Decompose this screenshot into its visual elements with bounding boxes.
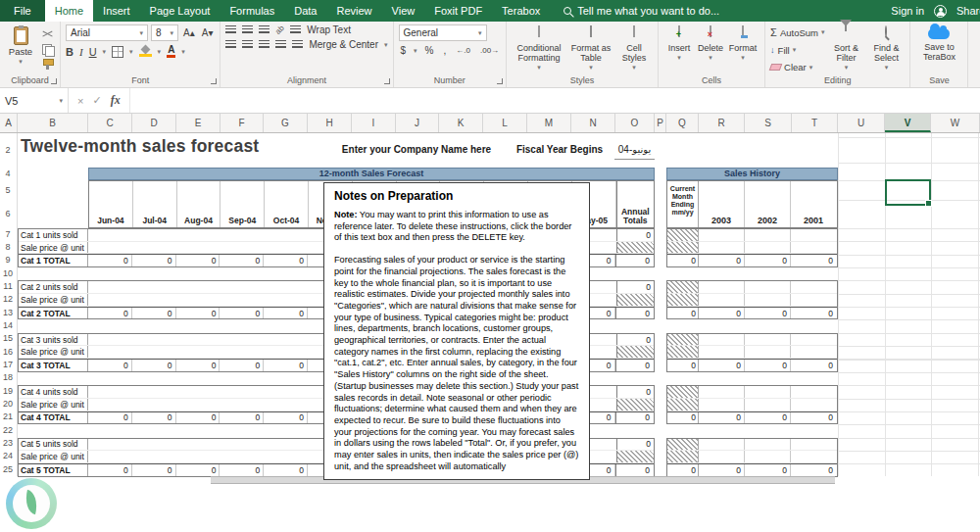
fiscal-year-label[interactable]: Fiscal Year Begins <box>514 144 605 155</box>
month-total-cell[interactable]: 0 <box>132 464 176 476</box>
borders-icon[interactable] <box>112 46 123 58</box>
column-header-r[interactable]: R <box>699 114 745 132</box>
history-total-cell[interactable]: 0 <box>745 308 791 319</box>
row-header[interactable]: 9 <box>0 254 16 266</box>
category-total-label[interactable]: Cat 3 TOTAL <box>19 360 88 371</box>
company-name-prompt[interactable]: Enter your Company Name here <box>338 144 495 155</box>
font-color-icon[interactable]: A <box>167 45 175 58</box>
row-header[interactable]: 6 <box>0 200 16 228</box>
sort-filter-button[interactable]: Sort & Filter ▾ <box>828 24 863 73</box>
category-units-label[interactable]: Cat 3 units sold <box>19 334 88 346</box>
wrap-text-button[interactable]: Wrap Text <box>307 24 351 35</box>
month-header-cell[interactable]: Aug-04 <box>177 181 221 227</box>
history-total-cell[interactable]: 0 <box>745 360 791 371</box>
find-select-button[interactable]: Find & Select ▾ <box>867 24 905 73</box>
row-header[interactable]: 21 <box>0 411 16 423</box>
column-header-u[interactable]: U <box>838 114 885 132</box>
history-total-cell[interactable]: 0 <box>699 360 745 371</box>
history-cell[interactable] <box>699 386 745 398</box>
row-header[interactable]: 2 <box>0 137 16 163</box>
history-total-cell[interactable]: 0 <box>745 412 791 424</box>
history-cell[interactable] <box>699 281 745 293</box>
category-total-label[interactable]: Cat 1 TOTAL <box>19 255 88 266</box>
history-total-cell[interactable]: 0 <box>791 308 836 319</box>
history-cell[interactable] <box>745 334 791 346</box>
month-total-cell[interactable]: 0 <box>220 464 264 476</box>
increase-font-button[interactable]: A▴ <box>181 27 197 38</box>
orientation-icon[interactable]: ab <box>274 24 287 36</box>
history-total-cell[interactable]: 0 <box>699 255 745 266</box>
font-name-combo[interactable]: Arial ▾ <box>66 24 148 41</box>
cut-icon[interactable] <box>41 29 55 40</box>
cancel-icon[interactable]: × <box>77 95 83 107</box>
number-format-combo[interactable]: General ▾ <box>399 24 487 41</box>
column-header-k[interactable]: K <box>439 114 483 132</box>
tab-data[interactable]: Data <box>284 0 326 22</box>
notes-text-box[interactable]: Notes on Preparation Note: You may want … <box>323 182 590 480</box>
history-cell[interactable] <box>791 386 836 398</box>
name-box[interactable]: V5 ▾ <box>0 88 69 113</box>
month-total-cell[interactable]: 0 <box>132 412 176 424</box>
insert-function-icon[interactable]: fx <box>111 93 121 108</box>
history-cell[interactable] <box>699 439 745 451</box>
history-cell[interactable] <box>791 439 836 451</box>
history-cell[interactable] <box>791 294 836 306</box>
conditional-formatting-button[interactable]: Conditional Formatting ▾ <box>512 24 566 74</box>
increase-indent-icon[interactable] <box>292 40 303 49</box>
column-header-a[interactable]: A <box>0 114 18 132</box>
format-cells-button[interactable]: Format ▾ <box>726 24 760 74</box>
insert-cells-button[interactable]: Insert ▾ <box>663 24 695 74</box>
history-cell[interactable] <box>699 294 745 306</box>
history-cell[interactable] <box>791 242 836 254</box>
accounting-format-button[interactable]: $ <box>399 45 409 56</box>
comma-style-button[interactable]: , <box>442 45 449 56</box>
percent-style-button[interactable]: % <box>423 45 436 56</box>
history-cell[interactable] <box>699 229 745 241</box>
history-cell[interactable] <box>745 399 791 411</box>
history-cell[interactable] <box>745 386 791 398</box>
formula-input[interactable] <box>130 88 980 113</box>
row-header[interactable]: 10 <box>0 267 16 280</box>
category-units-label[interactable]: Cat 4 units sold <box>19 386 88 398</box>
history-total-cell[interactable]: 0 <box>791 464 836 476</box>
history-cell[interactable] <box>791 229 836 241</box>
row-header[interactable]: 12 <box>0 293 16 306</box>
sign-in-button[interactable]: Sign in <box>891 5 924 17</box>
align-left-icon[interactable] <box>225 40 236 49</box>
decrease-font-button[interactable]: A▾ <box>200 27 216 38</box>
month-total-cell[interactable]: 0 <box>264 308 308 319</box>
column-header-m[interactable]: M <box>527 114 571 132</box>
category-units-label[interactable]: Cat 2 units sold <box>19 281 88 293</box>
row-header[interactable]: 23 <box>0 437 16 450</box>
row-header[interactable]: 17 <box>0 359 16 371</box>
save-to-terabox-button[interactable]: Save to TeraBox <box>915 24 962 63</box>
row-header[interactable]: 13 <box>0 307 16 319</box>
enter-icon[interactable]: ✓ <box>92 94 101 107</box>
history-cell[interactable] <box>745 346 791 358</box>
row-header[interactable]: 14 <box>0 319 16 332</box>
history-cell[interactable] <box>699 451 745 462</box>
history-cell[interactable] <box>745 281 791 293</box>
history-cell[interactable] <box>745 294 791 306</box>
history-year-header[interactable]: 2001 <box>791 181 836 227</box>
tab-insert[interactable]: Insert <box>93 0 140 22</box>
align-right-icon[interactable] <box>259 40 270 49</box>
category-price-label[interactable]: Sale price @ unit <box>19 451 88 462</box>
month-total-cell[interactable]: 0 <box>88 255 132 266</box>
column-header-c[interactable]: C <box>88 114 132 132</box>
paste-button[interactable]: Paste ▾ <box>5 24 36 70</box>
history-total-cell[interactable]: 0 <box>699 308 745 319</box>
cell-styles-button[interactable]: Cell Styles ▾ <box>615 24 653 74</box>
format-as-table-button[interactable]: Format as Table ▾ <box>566 24 615 74</box>
history-total-cell[interactable]: 0 <box>791 360 836 371</box>
units-annual-total-cell[interactable]: 0 <box>616 281 654 293</box>
month-total-cell[interactable]: 0 <box>132 255 176 266</box>
delete-cells-button[interactable]: Delete ▾ <box>695 24 726 74</box>
row-header[interactable]: 22 <box>0 424 16 437</box>
month-total-cell[interactable]: 0 <box>220 360 264 371</box>
month-total-cell[interactable]: 0 <box>220 412 264 424</box>
row-header[interactable]: 5 <box>0 180 16 200</box>
month-header-cell[interactable]: Sep-04 <box>220 181 265 227</box>
history-cell[interactable] <box>745 439 791 451</box>
category-units-label[interactable]: Cat 5 units sold <box>19 439 88 451</box>
